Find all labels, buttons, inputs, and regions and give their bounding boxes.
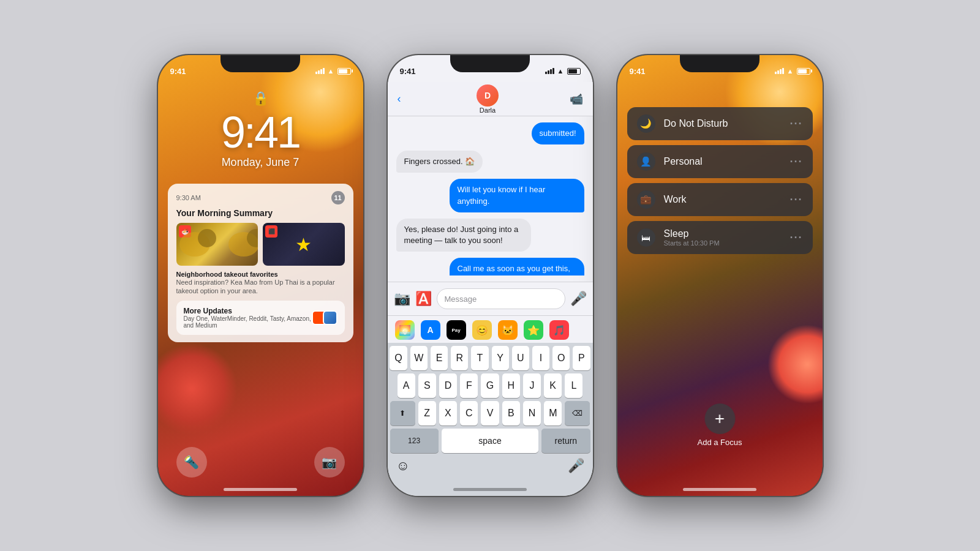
photos-strip-icon[interactable]: 🌅 — [395, 320, 415, 340]
status-time-2: 9:41 — [400, 67, 416, 76]
key-b[interactable]: B — [502, 401, 520, 425]
key-g[interactable]: G — [481, 373, 499, 398]
focus-sleep-dots[interactable]: ··· — [790, 231, 802, 244]
appstore-input-icon[interactable]: 🅰️ — [415, 291, 432, 307]
status-icons-3: ▲ — [775, 67, 810, 75]
key-f[interactable]: F — [460, 373, 478, 398]
focus-personal-dots[interactable]: ··· — [790, 156, 802, 168]
key-u[interactable]: U — [512, 346, 529, 370]
add-focus-button[interactable]: + — [704, 403, 735, 434]
key-i[interactable]: I — [532, 346, 549, 370]
lock-time: 9:41 — [221, 107, 300, 157]
notch-2 — [450, 55, 530, 72]
message-placeholder: Message — [445, 294, 477, 304]
focus-work-dots[interactable]: ··· — [790, 193, 802, 206]
notch-3 — [680, 55, 760, 72]
home-indicator-2[interactable] — [453, 488, 527, 491]
focus-personal-label: Personal — [664, 156, 782, 167]
message-input[interactable]: Message — [437, 288, 565, 309]
key-x[interactable]: X — [439, 401, 457, 425]
key-z[interactable]: Z — [418, 401, 436, 425]
key-m[interactable]: M — [544, 401, 562, 425]
add-focus-section: + Add a Focus — [698, 403, 742, 447]
notification-title: Your Morning Summary — [176, 208, 345, 218]
battery-icon-3 — [797, 68, 810, 75]
appstore-strip-icon[interactable]: A — [421, 320, 440, 340]
wifi-icon-3: ▲ — [787, 67, 794, 75]
more-updates-title: More Updates — [184, 307, 315, 315]
dictation-key[interactable]: 🎤 — [568, 458, 584, 474]
notification-card[interactable]: 9:30 AM 11 Your Morning Summary 🍜 ⬛ Neig… — [168, 184, 353, 342]
messages-header: ‹ D Darla 📹 — [388, 82, 593, 116]
notification-header: 9:30 AM 11 — [176, 191, 345, 204]
focus-sleep-label: Sleep — [664, 228, 782, 239]
back-button[interactable]: ‹ — [398, 92, 401, 105]
key-q[interactable]: Q — [390, 346, 407, 370]
messages-area: submitted! Fingers crossed. 🏠 Will let y… — [388, 116, 593, 276]
key-num[interactable]: 123 — [390, 429, 439, 453]
keyboard-row-3: ⬆ Z X C V B N M ⌫ — [388, 398, 593, 425]
focus-personal[interactable]: 👤 Personal ··· — [627, 145, 813, 178]
key-t[interactable]: T — [471, 346, 488, 370]
key-o[interactable]: O — [552, 346, 570, 370]
key-j[interactable]: J — [523, 373, 541, 398]
key-v[interactable]: V — [481, 401, 499, 425]
applepay-strip-icon[interactable]: Pay — [447, 320, 466, 340]
key-s[interactable]: S — [418, 373, 436, 398]
app-strip: 🌅 A Pay 😊 🐱 ⭐ 🎵 — [388, 315, 593, 344]
contact-info[interactable]: D Darla — [406, 84, 570, 114]
key-a[interactable]: A — [398, 373, 415, 398]
key-c[interactable]: C — [460, 401, 478, 425]
key-w[interactable]: W — [410, 346, 428, 370]
wifi-icon-2: ▲ — [557, 67, 564, 75]
emoji-key[interactable]: ☺ — [396, 458, 410, 474]
key-n[interactable]: N — [523, 401, 541, 425]
key-return[interactable]: return — [541, 429, 590, 453]
key-shift[interactable]: ⬆ — [390, 401, 415, 425]
message-5: Call me as soon as you get this, please!… — [396, 258, 584, 276]
key-d[interactable]: D — [439, 373, 457, 398]
key-l[interactable]: L — [565, 373, 582, 398]
add-focus-label: Add a Focus — [698, 438, 742, 447]
camera-input-icon[interactable]: 📷 — [394, 291, 410, 307]
key-r[interactable]: R — [451, 346, 468, 370]
more-updates-info: More Updates Day One, WaterMinder, Reddi… — [184, 307, 315, 329]
key-space[interactable]: space — [442, 429, 539, 453]
key-y[interactable]: Y — [492, 346, 509, 370]
focus-work[interactable]: 💼 Work ··· — [627, 183, 813, 216]
stickers-strip-icon[interactable]: ⭐ — [524, 320, 543, 340]
audio-input-icon[interactable]: 🎤 — [570, 291, 587, 307]
animoji-strip-icon[interactable]: 🐱 — [498, 320, 518, 340]
key-k[interactable]: K — [544, 373, 562, 398]
keyboard-bottom: ☺ 🎤 — [388, 453, 593, 474]
facetime-button[interactable]: 📹 — [570, 92, 583, 106]
signal-icon-2 — [545, 68, 554, 74]
item1-title: Neighborhood takeout favorites — [176, 271, 345, 278]
focus-dnd-dots[interactable]: ··· — [790, 118, 802, 130]
signal-icon — [315, 68, 325, 74]
more-updates-icons — [315, 310, 337, 325]
phone1-frame: 9:41 ▲ 🔒 9:41 Monday, June 7 9:30 AM 11 … — [158, 55, 363, 496]
memoji-strip-icon[interactable]: 😊 — [472, 320, 492, 340]
music-strip-icon[interactable]: 🎵 — [549, 320, 569, 340]
home-indicator[interactable] — [224, 488, 297, 491]
person-icon: 👤 — [637, 152, 655, 171]
camera-icon: 📷 — [322, 455, 337, 470]
focus-sleep[interactable]: 🛏 Sleep Starts at 10:30 PM ··· — [627, 221, 813, 254]
key-e[interactable]: E — [431, 346, 448, 370]
sent-bubble-3: Call me as soon as you get this, please!… — [450, 258, 584, 276]
notch — [221, 55, 300, 72]
keyboard-row-1: Q W E R T Y U I O P — [388, 343, 593, 370]
key-delete[interactable]: ⌫ — [565, 401, 590, 425]
key-h[interactable]: H — [502, 373, 520, 398]
key-p[interactable]: P — [573, 346, 590, 370]
camera-button[interactable]: 📷 — [314, 447, 345, 478]
notification-badge: 11 — [331, 191, 345, 204]
sent-bubble-1: submitted! — [532, 122, 584, 144]
flashlight-button[interactable]: 🔦 — [176, 447, 207, 478]
allstar-badge: ⬛ — [265, 225, 277, 238]
food-badge: 🍜 — [179, 225, 191, 238]
more-updates-card[interactable]: More Updates Day One, WaterMinder, Reddi… — [176, 301, 345, 335]
focus-do-not-disturb[interactable]: 🌙 Do Not Disturb ··· — [627, 107, 813, 140]
home-indicator-3[interactable] — [683, 488, 756, 491]
